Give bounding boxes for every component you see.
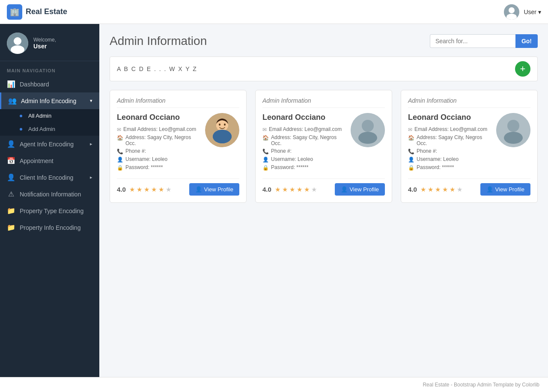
star-1-1: ★ [275, 186, 280, 193]
add-admin-label: Add Admin [28, 126, 55, 132]
sidebar-item-property-type[interactable]: 📁 Property Type Encoding [0, 202, 99, 219]
sidebar-label-agent-info: Agent Info Encoding [20, 141, 86, 148]
star-3-1: ★ [289, 186, 295, 193]
lock-icon-0: 🔒 [117, 165, 123, 171]
svg-point-5 [11, 45, 24, 54]
star-5-0: ★ [158, 186, 164, 193]
card-password-0: 🔒 Password: ****** [117, 164, 200, 171]
topbar-user-dropdown[interactable]: User ▾ [524, 9, 541, 15]
card-footer-1: 4.0 ★ ★ ★ ★ ★ ★ 👤 View Profile [262, 178, 385, 196]
star-6-2: ★ [457, 186, 462, 193]
star-1-0: ★ [129, 186, 135, 193]
view-profile-icon-0: 👤 [195, 186, 202, 193]
card-footer-0: 4.0 ★ ★ ★ ★ ★ ★ 👤 View Profile [117, 178, 239, 196]
svg-point-4 [14, 37, 21, 45]
star-4-0: ★ [151, 186, 157, 193]
star-3-0: ★ [144, 186, 149, 193]
card-phone-0: 📞 Phone #: [117, 148, 200, 154]
card-footer-2: 4.0 ★ ★ ★ ★ ★ ★ 👤 View Profile [408, 178, 530, 196]
card-phone-1: 📞 Phone #: [262, 148, 345, 154]
notification-icon: ⚠ [7, 190, 15, 198]
topbar-left: 🏢 Real Estate [7, 4, 67, 20]
address-icon-0: 🏠 [117, 135, 123, 141]
sidebar: Welcome, User MAIN NAVIGATION 📊 Dashboar… [0, 24, 99, 377]
card-username-0: 👤 Username: Leoleo [117, 156, 200, 163]
sidebar-subitem-add-admin[interactable]: Add Admin [0, 122, 99, 136]
rating-score-1: 4.0 [262, 186, 271, 193]
sidebar-item-appointment[interactable]: 📅 Appointment [0, 152, 99, 169]
dashboard-icon: 📊 [7, 80, 15, 88]
alphabet-bar: A B C D E . . . W X Y Z + [110, 56, 538, 81]
card-rating-1: 4.0 ★ ★ ★ ★ ★ ★ [262, 186, 317, 193]
sidebar-subitem-all-admin[interactable]: All Admin [0, 109, 99, 122]
card-rating-2: 4.0 ★ ★ ★ ★ ★ ★ [408, 186, 462, 193]
user-icon-1: 👤 [262, 157, 269, 163]
cards-row: Admin Information Leonard Occiano ✉ Emai… [110, 90, 538, 203]
admin-info-icon: 👥 [8, 97, 17, 105]
card-address-0: 🏠 Address: Sagay City, Negros Occ. [117, 134, 200, 146]
card-address-1: 🏠 Address: Sagay City, Negros Occ. [262, 134, 345, 146]
view-profile-button-2[interactable]: 👤 View Profile [480, 183, 530, 196]
card-password-1: 🔒 Password: ****** [262, 164, 345, 171]
admin-card-2: Admin Information Leonard Occiano ✉ Emai… [401, 90, 538, 203]
brand: 🏢 Real Estate [7, 4, 67, 20]
sidebar-label-appointment: Appointment [20, 157, 92, 164]
appointment-icon: 📅 [7, 157, 15, 165]
layout: Welcome, User MAIN NAVIGATION 📊 Dashboar… [0, 24, 548, 377]
rating-score-2: 4.0 [408, 186, 417, 193]
star-6-0: ★ [166, 186, 171, 193]
card-name-2: Leonard Occiano [408, 113, 491, 122]
sidebar-item-dashboard[interactable]: 📊 Dashboard [0, 76, 99, 92]
sidebar-label-dashboard: Dashboard [20, 81, 92, 88]
card-email-2: ✉ Email Address: Leo@gmail.com [408, 126, 491, 133]
star-3-2: ★ [435, 186, 441, 193]
sidebar-label-client-info: Client Info Encoding [20, 174, 86, 181]
view-profile-button-0[interactable]: 👤 View Profile [189, 183, 239, 196]
card-info-2: Leonard Occiano ✉ Email Address: Leo@gma… [408, 113, 491, 172]
footer: Real Estate - Bootstrap Admin Template b… [0, 377, 548, 392]
star-1-2: ★ [420, 186, 426, 193]
search-button[interactable]: Go! [515, 34, 538, 48]
card-body-1: Leonard Occiano ✉ Email Address: Leo@gma… [262, 113, 385, 172]
star-6-1: ★ [311, 186, 317, 193]
add-button[interactable]: + [515, 61, 530, 77]
sidebar-item-admin-info[interactable]: 👥 Admin Info Encoding ▾ [0, 92, 99, 109]
chevron-icon-client: ▸ [90, 175, 92, 180]
sidebar-label-admin-info: Admin Info Encoding [21, 98, 86, 104]
card-phone-2: 📞 Phone #: [408, 148, 491, 154]
address-icon-2: 🏠 [408, 135, 414, 141]
card-info-0: Leonard Occiano ✉ Email Address: Leo@gma… [117, 113, 200, 172]
card-avatar-0 [205, 113, 239, 147]
svg-point-18 [504, 132, 523, 144]
brand-name: Real Estate [26, 7, 67, 16]
star-5-1: ★ [304, 186, 310, 193]
svg-point-17 [507, 120, 519, 132]
sidebar-item-property-info[interactable]: 📁 Property Info Encoding [0, 219, 99, 236]
view-profile-icon-2: 👤 [486, 186, 493, 193]
chevron-icon-agent: ▸ [90, 141, 92, 147]
view-profile-label-2: View Profile [495, 186, 524, 193]
alphabet-letters[interactable]: A B C D E . . . W X Y Z [117, 65, 197, 72]
sidebar-item-client-info[interactable]: 👤 Client Info Encoding ▸ [0, 169, 99, 186]
rating-score-0: 4.0 [117, 186, 126, 193]
star-5-2: ★ [450, 186, 455, 193]
client-info-icon: 👤 [7, 173, 15, 181]
user-icon-0: 👤 [117, 157, 123, 163]
card-header-2: Admin Information [408, 97, 530, 108]
card-body-0: Leonard Occiano ✉ Email Address: Leo@gma… [117, 113, 239, 172]
card-email-0: ✉ Email Address: Leo@gmail.com [117, 126, 200, 133]
sidebar-profile: Welcome, User [0, 24, 99, 61]
star-2-1: ★ [282, 186, 288, 193]
svg-point-10 [219, 124, 220, 126]
sidebar-item-agent-info[interactable]: 👤 Agent Info Encoding ▸ [0, 136, 99, 152]
card-body-2: Leonard Occiano ✉ Email Address: Leo@gma… [408, 113, 530, 172]
property-info-icon: 📁 [7, 223, 15, 232]
card-name-1: Leonard Occiano [262, 113, 345, 122]
star-4-2: ★ [442, 186, 448, 193]
topbar-username: User [524, 9, 536, 15]
sidebar-label-property-type: Property Type Encoding [20, 208, 92, 214]
svg-point-11 [224, 124, 226, 126]
sidebar-item-notification[interactable]: ⚠ Notification Information [0, 186, 99, 202]
view-profile-button-1[interactable]: 👤 View Profile [335, 183, 385, 196]
search-input[interactable] [430, 34, 515, 48]
